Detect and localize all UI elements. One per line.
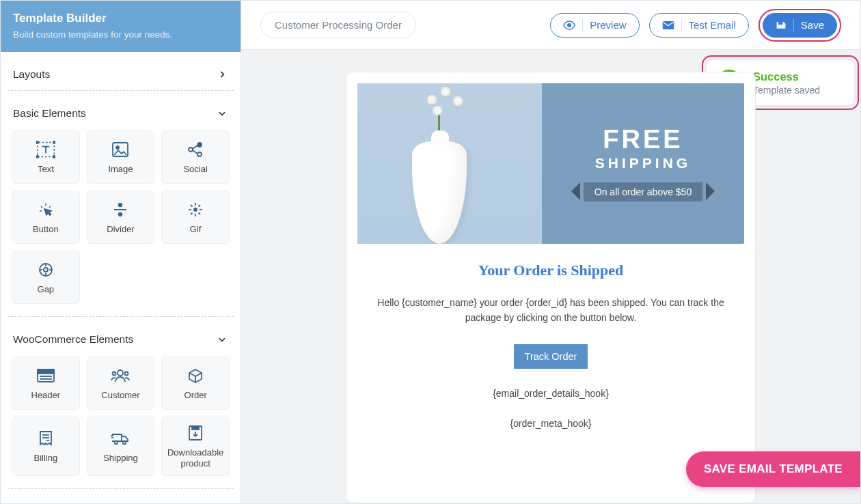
tile-label: Billing: [33, 453, 57, 464]
sidebar: Template Builder Build custom templates …: [1, 1, 241, 503]
button-label: Save: [801, 19, 824, 31]
ribbon: On all order above $50: [584, 182, 702, 201]
tile-shipping[interactable]: Shipping: [87, 417, 155, 476]
tile-text[interactable]: Text: [12, 130, 80, 184]
svg-line-19: [191, 212, 193, 214]
save-highlight: Save: [758, 9, 841, 42]
section-label: Basic Elements: [13, 107, 86, 120]
basic-elements-grid: Text Image: [12, 126, 230, 313]
sidebar-subtitle: Build custom templates for your needs.: [13, 29, 228, 40]
button-icon: [37, 199, 55, 220]
tile-label: Button: [33, 224, 59, 235]
separator: [793, 19, 794, 31]
button-label: Test Email: [689, 19, 736, 31]
tile-label: Gif: [190, 224, 202, 235]
chevron-down-icon: [216, 107, 228, 120]
template-name-input[interactable]: Customer Processing Order: [260, 12, 416, 38]
hero-line2: SHIPPING: [595, 155, 691, 171]
tile-label: Gap: [38, 284, 55, 295]
hero-image-area: [357, 83, 542, 244]
download-icon: [188, 423, 203, 443]
tile-order[interactable]: Order: [161, 356, 230, 410]
tile-label: Image: [108, 164, 133, 175]
tile-image[interactable]: Image: [87, 130, 155, 184]
save-icon: [776, 20, 787, 30]
svg-point-33: [113, 372, 116, 375]
ribbon-text: On all order above $50: [584, 182, 702, 201]
shipping-icon: [111, 428, 130, 449]
tile-divider[interactable]: Divider: [87, 191, 155, 244]
tile-customer[interactable]: Customer: [87, 356, 155, 410]
svg-point-8: [197, 143, 202, 147]
email-heading[interactable]: Your Order is Shipped: [366, 262, 736, 279]
chevron-down-icon: [216, 333, 228, 346]
tile-downloadable[interactable]: Downloadable product: [161, 417, 230, 476]
sidebar-title: Template Builder: [13, 12, 228, 25]
email-paragraph[interactable]: Hello {customer_name} your order {order_…: [366, 296, 736, 325]
tile-label: Downloadable product: [165, 447, 226, 470]
hero-line1: FREE: [603, 126, 683, 152]
tile-social[interactable]: Social: [161, 130, 230, 184]
customer-icon: [111, 365, 130, 386]
tile-label: Order: [184, 390, 207, 401]
section-head-woo[interactable]: WooCommerce Elements: [12, 331, 230, 352]
track-order-button[interactable]: Track Order: [514, 344, 588, 369]
section-basic-elements: Basic Elements: [9, 91, 232, 316]
svg-rect-29: [38, 369, 54, 374]
test-email-button[interactable]: Test Email: [649, 13, 749, 38]
gif-icon: [187, 199, 204, 220]
svg-point-9: [197, 152, 202, 156]
text-icon: [36, 139, 55, 160]
hook-order-details[interactable]: {email_order_details_hook}: [366, 388, 736, 399]
preview-button[interactable]: Preview: [550, 13, 639, 38]
billing-icon: [38, 428, 53, 449]
separator: [681, 19, 682, 31]
topbar: Customer Processing Order Preview Test E…: [241, 1, 860, 50]
email-template-card[interactable]: FREE SHIPPING On all order above $50 You…: [346, 72, 756, 503]
canvas[interactable]: FREE SHIPPING On all order above $50 You…: [241, 50, 860, 503]
save-email-template-fab[interactable]: SAVE EMAIL TEMPLATE: [686, 451, 860, 487]
svg-point-34: [125, 372, 128, 375]
hook-order-meta[interactable]: {order_meta_hook}: [366, 418, 736, 429]
svg-point-7: [189, 148, 193, 152]
svg-point-10: [119, 204, 122, 206]
section-label: WooCommerce Elements: [13, 333, 133, 346]
svg-rect-46: [778, 22, 782, 25]
mail-icon: [662, 20, 674, 30]
svg-line-18: [199, 205, 201, 207]
social-icon: [187, 139, 204, 160]
svg-point-39: [123, 441, 126, 445]
svg-point-2: [53, 141, 55, 144]
sidebar-scroll[interactable]: Layouts Basic Elements: [1, 52, 241, 503]
section-label: Layouts: [13, 68, 50, 81]
save-button[interactable]: Save: [763, 13, 837, 38]
button-label: Preview: [590, 19, 626, 31]
sidebar-header: Template Builder Build custom templates …: [1, 1, 241, 52]
svg-point-44: [568, 23, 571, 27]
tile-label: Social: [183, 164, 207, 175]
gap-icon: [38, 260, 54, 280]
section-head-layouts[interactable]: Layouts: [12, 66, 230, 87]
app-root: Template Builder Build custom templates …: [0, 0, 861, 504]
section-head-basic[interactable]: Basic Elements: [12, 104, 230, 126]
hero-banner[interactable]: FREE SHIPPING On all order above $50: [357, 83, 744, 244]
woo-elements-grid: Header Customer: [12, 352, 230, 486]
tile-billing[interactable]: Billing: [12, 417, 80, 476]
tile-gif[interactable]: Gif: [161, 191, 230, 244]
main: Customer Processing Order Preview Test E…: [241, 1, 860, 503]
image-icon: [112, 139, 128, 160]
tile-label: Divider: [107, 224, 134, 235]
tile-label: Header: [31, 390, 61, 401]
svg-point-6: [116, 146, 119, 149]
email-body[interactable]: Your Order is Shipped Hello {customer_na…: [357, 244, 744, 429]
svg-point-1: [36, 141, 39, 144]
svg-rect-43: [192, 426, 199, 430]
svg-point-21: [194, 208, 197, 211]
tile-label: Text: [38, 164, 54, 175]
order-icon: [187, 365, 204, 386]
tile-button[interactable]: Button: [12, 191, 80, 244]
tile-gap[interactable]: Gap: [12, 251, 80, 304]
tile-header[interactable]: Header: [12, 356, 80, 410]
svg-line-17: [191, 205, 193, 207]
tile-label: Customer: [101, 390, 139, 401]
